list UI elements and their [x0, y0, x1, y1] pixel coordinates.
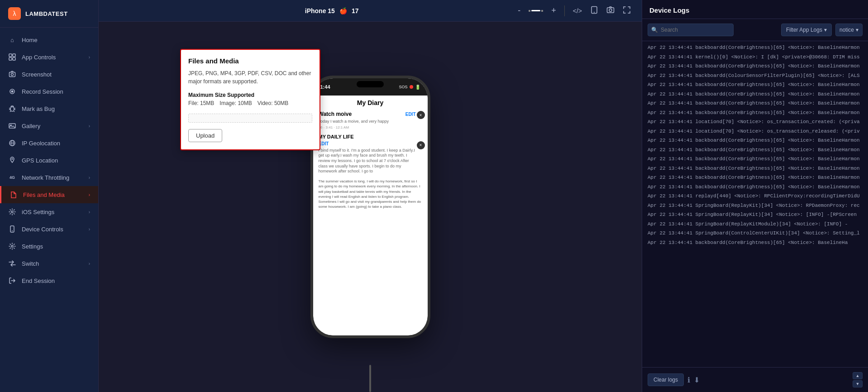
sidebar-item-device-controls[interactable]: Device Controls › — [0, 220, 98, 238]
logs-controls: 🔍 Filter App Logs ▾ notice ▾ — [642, 19, 868, 41]
logs-footer-icons: ℹ ⬇ — [687, 376, 700, 384]
scroll-down-button[interactable]: ▼ — [853, 380, 863, 387]
sidebar-label-network-throttling: Network Throttling — [22, 174, 69, 181]
chevron-icon: › — [89, 192, 90, 197]
entry1-edit[interactable]: EDIT — [405, 112, 416, 117]
log-line: Apr 22 13:44:41 backboardd(CoreBrightnes… — [642, 43, 868, 53]
sidebar-label-switch: Switch — [22, 260, 39, 267]
screenshot-icon — [8, 70, 16, 78]
log-line: Apr 22 13:44:41 locationd[70] <Notice>: … — [642, 127, 868, 136]
log-line: Apr 22 13:44:41 locationd[70] <Notice>: … — [642, 117, 868, 127]
sidebar-item-ios-settings[interactable]: iOS Settings › — [0, 203, 98, 220]
settings-icon — [8, 242, 16, 250]
chevron-icon: › — [89, 261, 90, 266]
phone-cable — [369, 365, 371, 392]
drop-zone[interactable] — [188, 114, 312, 123]
zoom-plus-btn[interactable]: + — [551, 6, 556, 15]
chevron-icon: › — [89, 210, 90, 215]
zoom-minus-btn[interactable]: - — [518, 6, 520, 15]
sidebar-label-files-and-media: Files and Media — [23, 191, 65, 198]
delete-entry1-btn[interactable]: × — [417, 111, 425, 119]
sidebar-item-record-session[interactable]: Record Session — [0, 83, 98, 100]
phone-mockup: 1:44 SOS 🔋 My Diary Watch — [310, 76, 430, 338]
sidebar-label-app-controls: App Controls — [22, 54, 56, 61]
gallery-icon — [8, 122, 16, 130]
delete-entry2-btn[interactable]: × — [417, 141, 425, 149]
popup-title: Files and Media — [188, 57, 312, 65]
ios-settings-icon — [8, 208, 16, 216]
video-size: Video: 50MB — [258, 100, 289, 106]
svg-rect-4 — [10, 72, 15, 77]
logo-icon: λ — [8, 7, 21, 20]
files-media-popup: Files and Media JPEG, PNG, MP4, 3GP, PDF… — [180, 49, 320, 150]
switch-icon — [8, 259, 16, 268]
filter-app-logs-button[interactable]: Filter App Logs ▾ — [781, 24, 832, 36]
end-session-icon — [8, 277, 16, 285]
device-info: iPhone 15 🍎 17 — [305, 7, 359, 14]
logs-content: Apr 22 13:44:41 backboardd(CoreBrightnes… — [642, 41, 868, 367]
sidebar-item-network-throttling[interactable]: 4G Network Throttling › — [0, 169, 98, 186]
log-line: Apr 22 13:44:41 replayd[440] <Notice>: R… — [642, 191, 868, 201]
search-input[interactable] — [648, 24, 734, 36]
info-icon[interactable]: ℹ — [687, 376, 690, 384]
log-line: Apr 22 13:44:41 SpringBoard(ReplayKit)[3… — [642, 210, 868, 220]
ip-geo-icon — [8, 139, 16, 147]
sidebar-nav: ⌂ Home App Controls › Screenshot Record … — [0, 28, 98, 392]
logs-panel: Device Logs 🔍 Filter App Logs ▾ notice ▾… — [642, 0, 868, 392]
svg-rect-2 — [9, 57, 12, 60]
code-view-icon[interactable]: </> — [573, 7, 582, 14]
sidebar-label-mark-as-bug: Mark as Bug — [22, 105, 55, 112]
entry1-meta: 06 - 3:41 · 12:1 AM — [319, 125, 416, 129]
chevron-icon: › — [89, 227, 90, 232]
sidebar-item-end-session[interactable]: End Session — [0, 272, 98, 289]
sidebar-item-mark-as-bug[interactable]: Mark as Bug — [0, 100, 98, 117]
notice-chevron-icon: ▾ — [856, 27, 858, 33]
filter-chevron-icon: ▾ — [824, 27, 827, 33]
logs-footer: Clear logs ℹ ⬇ ▲ ▼ — [642, 367, 868, 392]
scroll-up-button[interactable]: ▲ — [853, 372, 863, 379]
battery-icon: 🔋 — [415, 85, 420, 90]
clear-logs-button[interactable]: Clear logs — [648, 373, 684, 386]
sidebar-item-ip-geolocation[interactable]: IP Geolocation — [0, 134, 98, 152]
phone-notch — [357, 81, 384, 87]
sidebar-item-app-controls[interactable]: App Controls › — [0, 48, 98, 66]
sidebar-item-home[interactable]: ⌂ Home — [0, 31, 98, 48]
sidebar-label-settings: Settings — [22, 243, 43, 250]
sidebar-item-gps-location[interactable]: GPS Location — [0, 152, 98, 169]
sidebar-item-switch[interactable]: Switch › — [0, 255, 98, 272]
logo[interactable]: λ LAMBDATEST — [0, 0, 98, 28]
log-line: Apr 22 13:44:41 backboardd(CoreBrightnes… — [642, 182, 868, 192]
svg-point-19 — [594, 12, 595, 13]
log-line: Apr 22 13:44:41 backboardd(CoreBrightnes… — [642, 173, 868, 182]
log-line: Apr 22 13:44:41 backboardd(CoreBrightnes… — [642, 99, 868, 108]
chevron-icon: › — [89, 55, 90, 60]
expand-icon[interactable] — [623, 6, 631, 16]
phone-status-bar: 1:44 SOS 🔋 — [313, 78, 428, 96]
svg-point-5 — [11, 73, 14, 76]
entry2-text: I bind myself to it. I'm a good student.… — [319, 148, 416, 174]
svg-point-7 — [11, 91, 14, 93]
device-rotate-icon[interactable] — [590, 6, 598, 16]
log-line: Apr 22 13:44:41 SpringBoard(ReplayKit)[3… — [642, 201, 868, 210]
capture-icon[interactable] — [606, 6, 615, 16]
upload-button[interactable]: Upload — [188, 129, 222, 142]
files-icon — [10, 191, 18, 199]
log-line: Apr 22 13:44:41 backboardd(CoreBrightnes… — [642, 136, 868, 145]
notice-select[interactable]: notice ▾ — [835, 24, 863, 36]
home-icon: ⌂ — [8, 36, 16, 44]
diary-entry-2: EDIT I bind myself to it. I'm a good stu… — [319, 141, 422, 174]
sidebar-item-gallery[interactable]: Gallery › — [0, 117, 98, 134]
svg-point-8 — [10, 107, 14, 111]
search-icon: 🔍 — [651, 27, 658, 33]
log-line: Apr 22 13:44:41 SpringBoard(ReplayKitMod… — [642, 220, 868, 229]
sidebar-item-screenshot[interactable]: Screenshot — [0, 66, 98, 83]
sidebar-item-settings[interactable]: Settings — [0, 238, 98, 255]
sidebar-item-files-and-media[interactable]: Files and Media › — [0, 186, 98, 203]
svg-rect-1 — [13, 54, 15, 57]
log-line: Apr 22 13:44:41 backboardd(CoreBrightnes… — [642, 238, 868, 248]
log-line: Apr 22 13:44:41 kernel()[0] <Notice>: I … — [642, 53, 868, 62]
download-icon[interactable]: ⬇ — [694, 376, 700, 384]
phone-time: 1:44 — [320, 84, 330, 90]
svg-rect-3 — [13, 57, 15, 60]
log-line: Apr 22 13:44:41 backboardd(CoreBrightnes… — [642, 108, 868, 118]
